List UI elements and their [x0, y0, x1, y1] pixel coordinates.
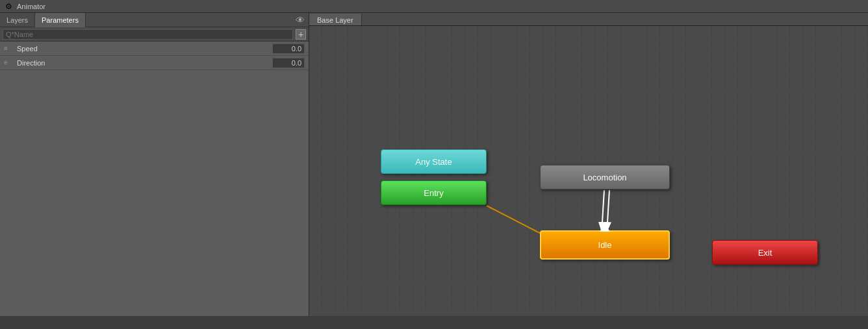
- add-parameter-button[interactable]: +: [296, 29, 306, 40]
- node-entry[interactable]: Entry: [381, 180, 487, 205]
- graph-tab-base-layer[interactable]: Base Layer: [309, 14, 362, 25]
- param-name-direction: Direction: [17, 59, 272, 67]
- animator-icon: ⚙: [5, 2, 14, 11]
- tab-parameters[interactable]: Parameters: [35, 13, 86, 27]
- panel-tabs: Layers Parameters 👁: [0, 13, 309, 27]
- eye-icon[interactable]: 👁: [296, 15, 309, 25]
- param-value-speed[interactable]: [272, 43, 305, 54]
- title-text: Animator: [17, 3, 45, 10]
- param-row-direction[interactable]: ≡ Direction: [0, 56, 309, 70]
- node-exit[interactable]: Exit: [712, 240, 818, 265]
- left-panel: Layers Parameters 👁 + ≡ Speed ≡ Directio…: [0, 13, 309, 316]
- up-arrow-icon: [600, 224, 610, 232]
- title-bar: ⚙ Animator: [0, 0, 868, 13]
- param-icon-direction: ≡: [4, 59, 13, 66]
- param-row-speed[interactable]: ≡ Speed: [0, 42, 309, 56]
- search-bar: +: [0, 27, 309, 42]
- param-value-direction[interactable]: [272, 58, 305, 68]
- main-layout: Layers Parameters 👁 + ≡ Speed ≡ Directio…: [0, 13, 868, 316]
- tab-layers[interactable]: Layers: [0, 13, 35, 27]
- node-locomotion[interactable]: Locomotion: [540, 165, 670, 189]
- param-icon-speed: ≡: [4, 45, 13, 52]
- parameters-list: ≡ Speed ≡ Direction: [0, 42, 309, 316]
- node-idle[interactable]: Idle: [540, 230, 670, 260]
- graph-panel: Base Layer: [309, 13, 868, 316]
- search-input[interactable]: [3, 29, 293, 40]
- graph-tab-bar: Base Layer: [309, 13, 868, 26]
- graph-canvas[interactable]: Any State Entry Locomotion Idle Exit: [309, 26, 868, 316]
- node-any-state[interactable]: Any State: [381, 149, 487, 174]
- param-name-speed: Speed: [17, 45, 272, 53]
